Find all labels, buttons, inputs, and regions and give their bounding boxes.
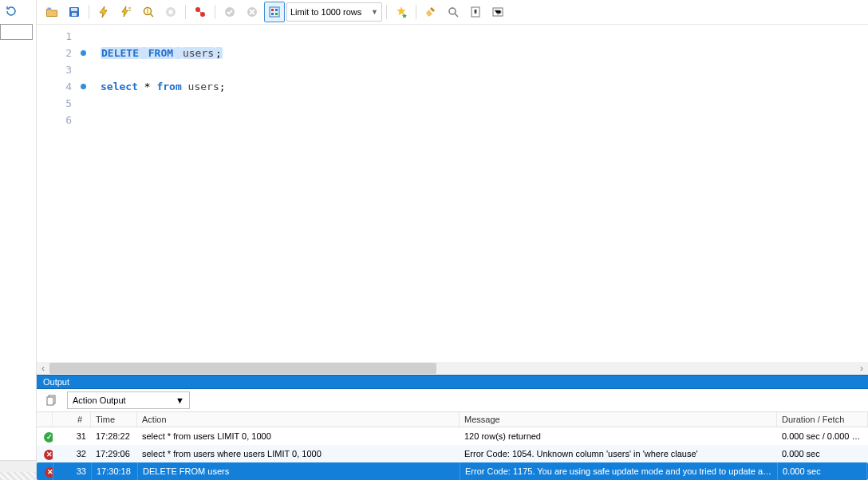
toggle-invisible-button[interactable]	[465, 2, 486, 22]
scroll-right-icon[interactable]: ›	[855, 362, 868, 375]
output-copy-button[interactable]	[41, 390, 62, 411]
sql-editor[interactable]: 123456 DELETE FROM users;select * from u…	[37, 25, 868, 362]
editor-gutter: 123456	[37, 25, 77, 362]
chevron-down-icon: ▼	[371, 8, 378, 16]
schema-filter-input[interactable]	[0, 24, 33, 40]
output-grid-header: # Time Action Message Duration / Fetch	[37, 411, 868, 427]
svg-rect-2	[72, 13, 77, 16]
editor-markers	[77, 25, 89, 362]
col-duration[interactable]: Duration / Fetch	[777, 412, 868, 427]
col-message[interactable]: Message	[460, 412, 777, 427]
execute-current-button[interactable]	[116, 2, 136, 22]
svg-rect-10	[270, 7, 279, 17]
output-row[interactable]: ✕3317:30:18DELETE FROM usersError Code: …	[37, 462, 868, 480]
output-grid: # Time Action Message Duration / Fetch ✓…	[37, 411, 868, 480]
svg-rect-12	[275, 9, 278, 11]
limit-rows-label: Limit to 1000 rows	[290, 7, 361, 17]
output-row[interactable]: ✕3217:29:06select * from users where use…	[37, 445, 868, 462]
col-num[interactable]: #	[53, 412, 91, 427]
svg-rect-11	[271, 9, 274, 11]
editor-toolbar: Limit to 1000 rows ▼	[37, 0, 868, 25]
cleanup-button[interactable]	[420, 2, 441, 22]
sidebar-scroll[interactable]	[0, 460, 36, 472]
output-row[interactable]: ✓3117:28:22select * from users LIMIT 0, …	[37, 427, 868, 445]
execute-button[interactable]	[93, 2, 114, 22]
output-mode-label: Action Output	[73, 395, 126, 405]
chevron-down-icon: ▼	[176, 395, 184, 405]
svg-rect-19	[47, 397, 53, 405]
success-icon: ✓	[44, 432, 53, 443]
svg-rect-5	[169, 10, 173, 14]
open-file-button[interactable]	[41, 2, 62, 22]
stop-button[interactable]	[160, 2, 181, 22]
toggle-autocommit-button[interactable]	[190, 2, 211, 22]
col-time[interactable]: Time	[91, 412, 137, 427]
output-panel-title: Output	[37, 375, 868, 389]
explain-button[interactable]	[138, 2, 159, 22]
panel-drag-handle[interactable]	[0, 472, 36, 480]
rollback-button[interactable]	[242, 2, 262, 22]
save-file-button[interactable]	[64, 2, 85, 22]
limit-rows-dropdown[interactable]: Limit to 1000 rows ▼	[286, 2, 382, 22]
beautify-button[interactable]	[391, 2, 412, 22]
svg-rect-14	[275, 13, 278, 15]
svg-point-15	[449, 8, 456, 14]
error-icon: ✕	[44, 450, 53, 460]
col-action[interactable]: Action	[137, 412, 460, 427]
output-mode-dropdown[interactable]: Action Output ▼	[67, 391, 190, 409]
commit-button[interactable]	[219, 2, 240, 22]
editor-hscroll[interactable]: ‹ ›	[37, 362, 868, 375]
svg-rect-13	[271, 13, 274, 15]
scroll-left-icon[interactable]: ‹	[37, 362, 49, 375]
svg-rect-1	[71, 8, 77, 11]
find-button[interactable]	[443, 2, 464, 22]
wrap-button[interactable]	[487, 2, 508, 22]
output-toolbar: Action Output ▼	[37, 389, 868, 411]
toggle-limit-button[interactable]	[264, 2, 285, 22]
refresh-icon[interactable]	[0, 0, 36, 22]
left-sidebar	[0, 0, 37, 480]
editor-code-area[interactable]: DELETE FROM users;select * from users;	[89, 25, 868, 362]
error-icon: ✕	[45, 467, 53, 478]
